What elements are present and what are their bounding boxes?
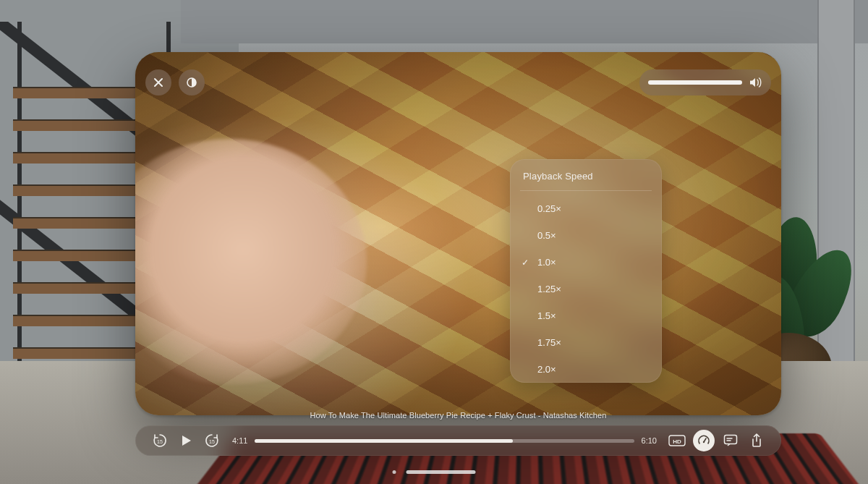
share-icon xyxy=(751,433,762,448)
volume-track[interactable] xyxy=(648,80,742,85)
total-time: 6:10 xyxy=(642,436,657,445)
video-window: Playback Speed 0.25× 0.5× ✓1.0× 1.25× 1.… xyxy=(135,52,781,415)
contrast-icon xyxy=(186,77,197,88)
home-bar xyxy=(407,470,476,474)
home-indicator[interactable] xyxy=(393,470,476,474)
speedometer-icon xyxy=(697,434,710,447)
speed-option-1-0[interactable]: ✓1.0× xyxy=(510,249,662,276)
playback-speed-menu: Playback Speed 0.25× 0.5× ✓1.0× 1.25× 1.… xyxy=(510,159,662,383)
captions-button[interactable] xyxy=(720,430,741,451)
skip-back-icon: 15 xyxy=(152,433,168,449)
speaker-icon xyxy=(749,77,762,88)
scrubber-progress xyxy=(255,439,512,443)
close-icon xyxy=(153,77,163,88)
video-title: How To Make The Ultimate Blueberry Pie R… xyxy=(135,411,781,420)
transport-bar: How To Make The Ultimate Blueberry Pie R… xyxy=(135,415,781,456)
skip-forward-button[interactable]: 15 xyxy=(202,430,222,451)
checkmark-icon: ✓ xyxy=(522,258,529,268)
speed-option-2-0[interactable]: 2.0× xyxy=(510,356,662,383)
menu-title: Playback Speed xyxy=(510,159,662,190)
page-dot xyxy=(393,470,396,474)
svg-rect-6 xyxy=(725,436,737,444)
scrubber[interactable] xyxy=(255,439,634,443)
svg-point-5 xyxy=(703,441,705,443)
captions-icon xyxy=(723,434,738,447)
svg-text:15: 15 xyxy=(209,439,215,444)
svg-text:15: 15 xyxy=(157,439,163,444)
speed-option-1-75[interactable]: 1.75× xyxy=(510,329,662,356)
hd-icon: HD xyxy=(668,435,686,446)
skip-back-button[interactable]: 15 xyxy=(150,430,170,451)
play-icon xyxy=(179,434,192,447)
share-button[interactable] xyxy=(746,430,767,451)
close-button[interactable] xyxy=(145,69,171,95)
speed-option-0-25[interactable]: 0.25× xyxy=(510,195,662,222)
play-button[interactable] xyxy=(176,430,196,451)
elapsed-time: 4:11 xyxy=(232,436,247,445)
speed-option-1-25[interactable]: 1.25× xyxy=(510,276,662,302)
quality-button[interactable]: HD xyxy=(667,430,687,451)
control-bar: 15 15 4:11 6:10 HD xyxy=(135,425,781,456)
speed-option-1-5[interactable]: 1.5× xyxy=(510,302,662,329)
speed-option-0-5[interactable]: 0.5× xyxy=(510,222,662,249)
svg-text:HD: HD xyxy=(673,438,681,445)
playback-speed-button[interactable] xyxy=(693,430,715,451)
ceiling xyxy=(181,0,868,43)
appearance-button[interactable] xyxy=(179,69,205,95)
skip-forward-icon: 15 xyxy=(204,433,220,449)
volume-control[interactable] xyxy=(639,69,771,95)
